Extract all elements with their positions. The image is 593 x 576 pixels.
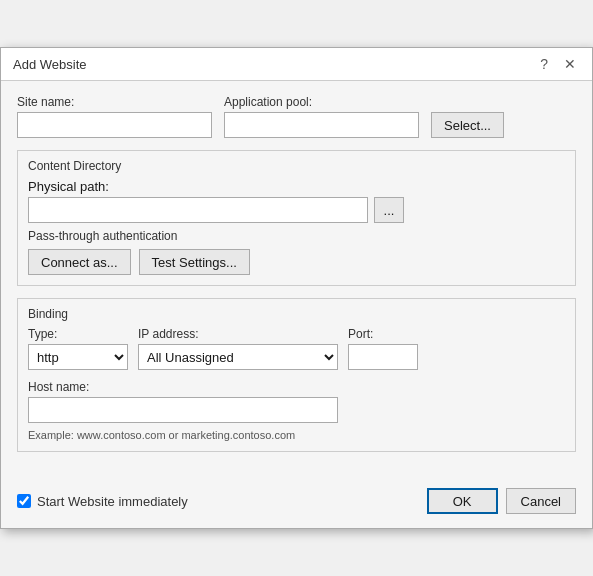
physical-path-group: Physical path: ... [28, 179, 565, 223]
close-button[interactable]: ✕ [560, 56, 580, 72]
physical-path-row: ... [28, 197, 565, 223]
title-bar-controls: ? ✕ [536, 56, 580, 72]
app-pool-input[interactable] [224, 112, 419, 138]
footer-buttons: OK Cancel [427, 488, 576, 514]
ip-address-select[interactable]: All Unassigned [138, 344, 338, 370]
example-text: Example: www.contoso.com or marketing.co… [28, 429, 565, 441]
start-website-checkbox[interactable] [17, 494, 31, 508]
type-select[interactable]: http https [28, 344, 128, 370]
pass-through-label: Pass-through authentication [28, 229, 565, 243]
site-name-label: Site name: [17, 95, 212, 109]
add-website-dialog: Add Website ? ✕ Site name: Application p… [0, 47, 593, 529]
test-settings-button[interactable]: Test Settings... [139, 249, 250, 275]
start-website-label[interactable]: Start Website immediately [37, 494, 188, 509]
help-button[interactable]: ? [536, 56, 552, 72]
hostname-group: Host name: [28, 380, 565, 423]
connect-as-button[interactable]: Connect as... [28, 249, 131, 275]
type-group: Type: http https [28, 327, 128, 370]
auth-buttons: Connect as... Test Settings... [28, 249, 565, 275]
cancel-button[interactable]: Cancel [506, 488, 576, 514]
ip-group: IP address: All Unassigned [138, 327, 338, 370]
binding-section: Binding Type: http https IP address: All… [17, 298, 576, 452]
content-directory-section: Content Directory Physical path: ... Pas… [17, 150, 576, 286]
binding-row: Type: http https IP address: All Unassig… [28, 327, 565, 370]
app-pool-label: Application pool: [224, 95, 419, 109]
browse-button[interactable]: ... [374, 197, 404, 223]
binding-title: Binding [28, 307, 565, 321]
port-input[interactable] [348, 344, 418, 370]
port-group: Port: [348, 327, 418, 370]
site-app-row: Site name: Application pool: Select... [17, 95, 576, 138]
physical-path-input[interactable] [28, 197, 368, 223]
site-name-input[interactable] [17, 112, 212, 138]
hostname-label: Host name: [28, 380, 565, 394]
app-pool-group: Application pool: [224, 95, 419, 138]
ok-button[interactable]: OK [427, 488, 498, 514]
physical-path-label: Physical path: [28, 179, 565, 194]
site-name-group: Site name: [17, 95, 212, 138]
dialog-title: Add Website [13, 57, 86, 72]
title-bar: Add Website ? ✕ [1, 48, 592, 81]
type-label: Type: [28, 327, 128, 341]
hostname-input[interactable] [28, 397, 338, 423]
content-directory-title: Content Directory [28, 159, 565, 173]
port-label: Port: [348, 327, 418, 341]
ip-label: IP address: [138, 327, 338, 341]
dialog-body: Site name: Application pool: Select... C… [1, 81, 592, 478]
dialog-footer: Start Website immediately OK Cancel [1, 478, 592, 528]
select-button[interactable]: Select... [431, 112, 504, 138]
start-website-area: Start Website immediately [17, 494, 188, 509]
